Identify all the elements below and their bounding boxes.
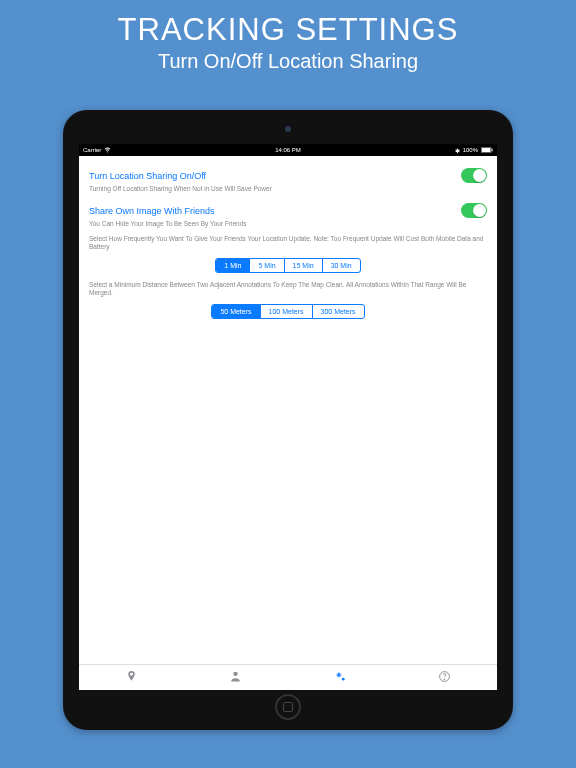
camera-dot bbox=[285, 126, 291, 132]
tablet-frame: Carrier 14:06 PM ✱ 100% Turn Location Sh… bbox=[63, 110, 513, 730]
share-image-desc: You Can Hide Your Image To Be Seen By Yo… bbox=[89, 220, 487, 228]
tab-bar bbox=[79, 664, 497, 690]
status-bar: Carrier 14:06 PM ✱ 100% bbox=[79, 144, 497, 156]
person-icon bbox=[229, 670, 242, 685]
frequency-desc: Select How Frequently You Want To Give Y… bbox=[89, 235, 487, 252]
frequency-segmented[interactable]: 1 Min 5 Min 15 Min 30 Min bbox=[215, 258, 360, 273]
battery-icon bbox=[481, 147, 493, 154]
hero-subtitle: Turn On/Off Location Sharing bbox=[0, 50, 576, 73]
freq-opt-2[interactable]: 15 Min bbox=[285, 259, 323, 272]
dist-opt-2[interactable]: 300 Meters bbox=[313, 305, 364, 318]
location-sharing-toggle[interactable] bbox=[461, 168, 487, 183]
screen: Carrier 14:06 PM ✱ 100% Turn Location Sh… bbox=[79, 144, 497, 690]
help-icon bbox=[438, 670, 451, 685]
svg-point-3 bbox=[234, 672, 238, 676]
share-image-toggle[interactable] bbox=[461, 203, 487, 218]
location-sharing-label: Turn Location Sharing On/Off bbox=[89, 171, 206, 181]
home-button[interactable] bbox=[275, 694, 301, 720]
svg-rect-2 bbox=[492, 148, 493, 151]
tab-help[interactable] bbox=[393, 665, 498, 690]
bluetooth-icon: ✱ bbox=[455, 147, 460, 154]
dist-opt-1[interactable]: 100 Meters bbox=[261, 305, 313, 318]
location-sharing-desc: Turning Off Location Sharing When Not in… bbox=[89, 185, 487, 193]
distance-segmented[interactable]: 50 Meters 100 Meters 300 Meters bbox=[211, 304, 364, 319]
svg-point-7 bbox=[444, 679, 445, 680]
tab-settings[interactable] bbox=[288, 665, 393, 690]
freq-opt-3[interactable]: 30 Min bbox=[323, 259, 360, 272]
tab-friends[interactable] bbox=[184, 665, 289, 690]
share-image-row: Share Own Image With Friends bbox=[89, 199, 487, 220]
wifi-icon bbox=[104, 146, 111, 154]
svg-point-5 bbox=[342, 678, 345, 681]
hero-banner: TRACKING SETTINGS Turn On/Off Location S… bbox=[0, 0, 576, 73]
carrier-label: Carrier bbox=[83, 147, 101, 153]
share-image-label: Share Own Image With Friends bbox=[89, 206, 215, 216]
gears-icon bbox=[334, 670, 347, 685]
freq-opt-0[interactable]: 1 Min bbox=[216, 259, 250, 272]
tab-map[interactable] bbox=[79, 665, 184, 690]
location-sharing-row: Turn Location Sharing On/Off bbox=[89, 164, 487, 185]
battery-label: 100% bbox=[463, 147, 478, 153]
settings-content: Turn Location Sharing On/Off Turning Off… bbox=[79, 156, 497, 664]
distance-desc: Select a Minimum Distance Between Two Ad… bbox=[89, 281, 487, 298]
dist-opt-0[interactable]: 50 Meters bbox=[212, 305, 260, 318]
hero-title: TRACKING SETTINGS bbox=[0, 12, 576, 48]
svg-rect-1 bbox=[482, 147, 491, 151]
clock: 14:06 PM bbox=[275, 147, 301, 153]
freq-opt-1[interactable]: 5 Min bbox=[250, 259, 284, 272]
pin-icon bbox=[125, 670, 138, 685]
